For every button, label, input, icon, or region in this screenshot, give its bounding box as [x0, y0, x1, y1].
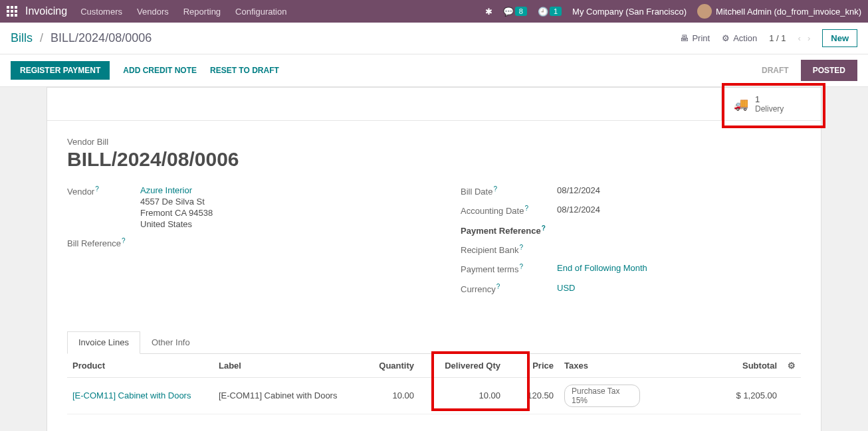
- th-taxes: Taxes: [559, 354, 645, 378]
- activities-icon[interactable]: 🕘1: [538, 7, 562, 17]
- breadcrumb: Bills / BILL/2024/08/0006: [11, 31, 152, 45]
- cell-subtotal: $ 1,205.00: [645, 377, 782, 414]
- vendor-link[interactable]: Azure Interior: [140, 185, 192, 195]
- th-quantity: Quantity: [360, 354, 419, 378]
- tab-other-info[interactable]: Other Info: [140, 331, 201, 353]
- help-icon[interactable]: ?: [95, 185, 99, 193]
- help-icon[interactable]: ?: [493, 185, 497, 193]
- print-icon: 🖶: [680, 33, 689, 43]
- cell-label: [E-COM11] Cabinet with Doors: [213, 377, 360, 414]
- messages-badge: 8: [515, 7, 527, 16]
- messages-icon[interactable]: 💬8: [503, 7, 527, 17]
- highlight-delivered-qty: [431, 351, 530, 411]
- add-credit-note-button[interactable]: ADD CREDIT NOTE: [123, 66, 197, 75]
- th-label: Label: [213, 354, 360, 378]
- form-title: BILL/2024/08/0006: [67, 148, 801, 171]
- company-selector[interactable]: My Company (San Francisco): [572, 7, 687, 17]
- app-brand: Invoicing: [25, 5, 67, 17]
- help-icon[interactable]: ?: [519, 244, 523, 251]
- new-button[interactable]: New: [822, 29, 857, 47]
- action-button[interactable]: ⚙Action: [722, 33, 757, 43]
- status-bar: DRAFT POSTED: [750, 60, 857, 81]
- pager-text: 1 / 1: [769, 33, 786, 43]
- recip-bank-label: Recipient Bank?: [461, 244, 557, 255]
- th-subtotal: Subtotal: [645, 354, 782, 378]
- status-posted[interactable]: POSTED: [801, 60, 857, 81]
- help-icon[interactable]: ?: [496, 283, 500, 290]
- activities-badge: 1: [550, 7, 562, 16]
- product-link[interactable]: [E-COM11] Cabinet with Doors: [72, 390, 191, 400]
- print-button[interactable]: 🖶Print: [680, 33, 710, 43]
- help-icon[interactable]: ?: [122, 237, 126, 244]
- help-icon[interactable]: ?: [519, 263, 523, 270]
- bill-date-value[interactable]: 08/12/2024: [557, 185, 801, 195]
- vendor-addr2: Fremont CA 94538: [140, 208, 407, 218]
- pay-terms-label: Payment terms?: [461, 263, 557, 274]
- acct-date-label: Accounting Date?: [461, 205, 557, 216]
- cell-quantity: 10.00: [360, 377, 419, 414]
- help-icon[interactable]: ?: [524, 205, 528, 212]
- avatar: [697, 4, 712, 19]
- currency-label: Currency?: [461, 283, 557, 294]
- acct-date-value[interactable]: 08/12/2024: [557, 205, 801, 215]
- pay-terms-link[interactable]: End of Following Month: [557, 263, 647, 273]
- bill-date-label: Bill Date?: [461, 185, 557, 197]
- vendor-addr1: 4557 De Silva St: [140, 197, 407, 207]
- gear-icon: ⚙: [722, 33, 730, 43]
- vendor-addr3: United States: [140, 219, 407, 229]
- nav-vendors[interactable]: Vendors: [137, 7, 169, 17]
- pager-next-icon[interactable]: ›: [808, 33, 810, 43]
- tab-invoice-lines[interactable]: Invoice Lines: [67, 331, 140, 354]
- currency-link[interactable]: USD: [557, 283, 575, 293]
- pay-ref-label: Payment Reference?: [461, 224, 557, 236]
- vendor-label: Vendor?: [67, 185, 140, 197]
- nav-configuration[interactable]: Configuration: [235, 7, 286, 17]
- help-icon[interactable]: ?: [542, 224, 546, 232]
- register-payment-button[interactable]: REGISTER PAYMENT: [11, 61, 110, 80]
- bug-icon[interactable]: ✱: [485, 7, 492, 17]
- nav-reporting[interactable]: Reporting: [183, 7, 221, 17]
- reset-to-draft-button[interactable]: RESET TO DRAFT: [210, 66, 279, 75]
- th-product: Product: [67, 354, 213, 378]
- status-draft[interactable]: DRAFT: [750, 60, 801, 81]
- tax-pill[interactable]: Purchase Tax 15%: [564, 385, 640, 407]
- user-menu[interactable]: Mitchell Admin (do_from_invoice_knk): [697, 4, 861, 19]
- form-pretitle: Vendor Bill: [67, 137, 801, 147]
- breadcrumb-root[interactable]: Bills: [11, 31, 33, 44]
- breadcrumb-current: BILL/2024/08/0006: [51, 31, 152, 44]
- pager-prev-icon[interactable]: ‹: [798, 33, 801, 43]
- highlight-delivery: [722, 83, 825, 128]
- nav-customers[interactable]: Customers: [80, 7, 122, 17]
- bill-ref-label: Bill Reference?: [67, 237, 140, 248]
- column-options-icon[interactable]: ⚙: [788, 361, 796, 371]
- apps-icon[interactable]: [7, 6, 17, 17]
